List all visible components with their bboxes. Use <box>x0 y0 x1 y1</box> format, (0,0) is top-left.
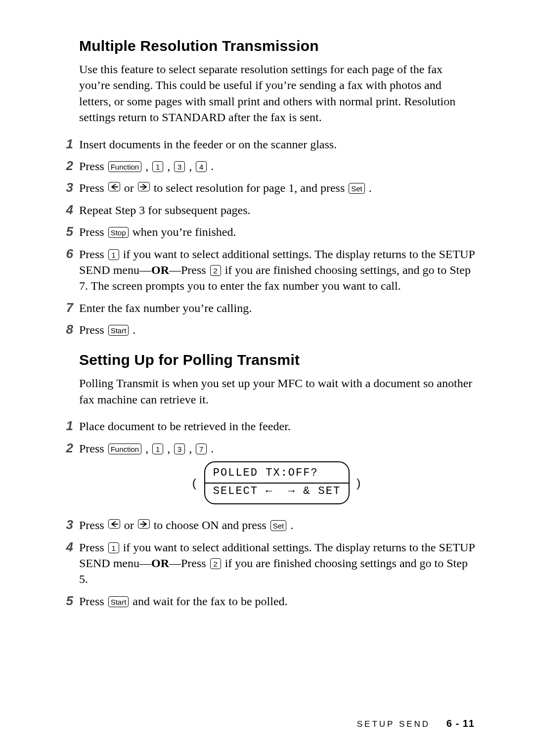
lcd-line-1: POLLED TX:OFF? <box>210 466 344 481</box>
key-3-icon: 3 <box>174 161 185 172</box>
step-3: Press or to choose ON and press Set . <box>59 517 475 533</box>
page-footer: SETUP SEND 6 - 11 <box>357 718 475 729</box>
step-text-d: , <box>189 160 195 173</box>
lcd-display: ( POLLED TX:OFF? SELECT ← → & SET ) <box>204 461 350 504</box>
step-text-a: Press <box>79 160 107 173</box>
step-text: Place document to be retrieved in the fe… <box>79 420 291 433</box>
function-key-icon: Function <box>108 444 142 454</box>
step-text-d: . <box>290 519 293 532</box>
step-text-a: Press <box>79 595 107 608</box>
step-text-a: Press <box>79 225 107 238</box>
left-arrow-key-icon <box>108 519 120 529</box>
step-1: Place document to be retrieved in the fe… <box>59 418 475 434</box>
key-3-icon: 3 <box>174 444 185 454</box>
lcd-divider <box>205 483 349 484</box>
or-emphasis: OR <box>151 557 169 570</box>
step-text-c: to select resolution for page 1, and pre… <box>154 181 348 194</box>
start-key-icon: Start <box>108 596 129 607</box>
lcd-right-paren-icon: ) <box>356 475 361 490</box>
step-text-c: —Press <box>169 264 209 276</box>
key-2-icon: 2 <box>210 558 221 569</box>
step-text-b: when you’re finished. <box>133 225 236 238</box>
key-1-icon: 1 <box>152 444 163 454</box>
document-page: Multiple Resolution Transmission Use thi… <box>0 0 534 756</box>
step-text: Insert documents in the feeder or on the… <box>79 138 337 151</box>
step-text-b: and wait for the fax to be polled. <box>133 595 287 608</box>
key-1-icon: 1 <box>108 249 119 260</box>
step-text-a: Press <box>79 181 107 194</box>
step-4: Press 1 if you want to select additional… <box>59 539 475 587</box>
section-title-polling-transmit: Setting Up for Polling Transmit <box>79 352 475 368</box>
step-text-b: or <box>124 181 137 194</box>
section-title-multiple-resolution: Multiple Resolution Transmission <box>79 38 475 54</box>
step-text-b: . <box>133 323 135 336</box>
step-2: Press Function , 1 , 3 , 7 . ( POLLED TX… <box>59 441 475 505</box>
lcd-left-paren-icon: ( <box>192 475 197 490</box>
step-text-c: —Press <box>169 557 209 570</box>
key-4-icon: 4 <box>196 161 207 172</box>
step-text-c: , <box>167 442 173 455</box>
step-text-b: , <box>145 160 151 173</box>
step-text-c: to choose ON and press <box>154 519 269 532</box>
step-text-e: . <box>211 160 214 173</box>
footer-chapter: SETUP SEND <box>357 719 430 729</box>
intro-paragraph-2: Polling Transmit is when you set up your… <box>79 375 475 407</box>
step-text-c: , <box>167 160 173 173</box>
step-text: Repeat Step 3 for subsequent pages. <box>79 204 251 217</box>
step-text-a: Press <box>79 442 107 455</box>
key-7-icon: 7 <box>196 444 207 454</box>
step-text-a: Press <box>79 248 107 261</box>
step-2: Press Function , 1 , 3 , 4 . <box>59 158 475 174</box>
step-text-a: Press <box>79 541 107 554</box>
or-emphasis: OR <box>151 264 169 276</box>
step-text-e: . <box>211 442 214 455</box>
step-text-b: or <box>124 519 137 532</box>
step-4: Repeat Step 3 for subsequent pages. <box>59 202 475 218</box>
right-arrow-key-icon <box>138 519 150 529</box>
right-arrow-key-icon <box>138 182 150 191</box>
step-text-d: , <box>189 442 195 455</box>
step-7: Enter the fax number you’re calling. <box>59 300 475 316</box>
lcd-line-2: SELECT ← → & SET <box>210 485 344 499</box>
key-2-icon: 2 <box>210 265 221 276</box>
step-6: Press 1 if you want to select additional… <box>59 246 475 294</box>
steps-list-1: Insert documents in the feeder or on the… <box>59 136 475 338</box>
stop-key-icon: Stop <box>108 227 129 238</box>
step-8: Press Start . <box>59 322 475 338</box>
step-1: Insert documents in the feeder or on the… <box>59 136 475 152</box>
step-5: Press Start and wait for the fax to be p… <box>59 593 475 609</box>
step-text-a: Press <box>79 519 107 532</box>
step-text-a: Press <box>79 323 107 336</box>
left-arrow-key-icon <box>108 182 120 191</box>
set-key-icon: Set <box>349 183 365 194</box>
intro-paragraph-1: Use this feature to select separate reso… <box>79 61 475 126</box>
step-3: Press or to select resolution for page 1… <box>59 180 475 196</box>
key-1-icon: 1 <box>108 542 119 553</box>
function-key-icon: Function <box>108 161 142 172</box>
step-text-d: . <box>369 181 372 194</box>
key-1-icon: 1 <box>152 161 163 172</box>
step-text-b: , <box>145 442 151 455</box>
footer-page-number: 6 - 11 <box>446 718 475 729</box>
step-5: Press Stop when you’re finished. <box>59 224 475 240</box>
start-key-icon: Start <box>108 325 129 336</box>
steps-list-2: Place document to be retrieved in the fe… <box>59 418 475 609</box>
lcd-display-wrap: ( POLLED TX:OFF? SELECT ← → & SET ) <box>79 461 475 504</box>
set-key-icon: Set <box>270 520 287 531</box>
step-text: Enter the fax number you’re calling. <box>79 302 252 314</box>
